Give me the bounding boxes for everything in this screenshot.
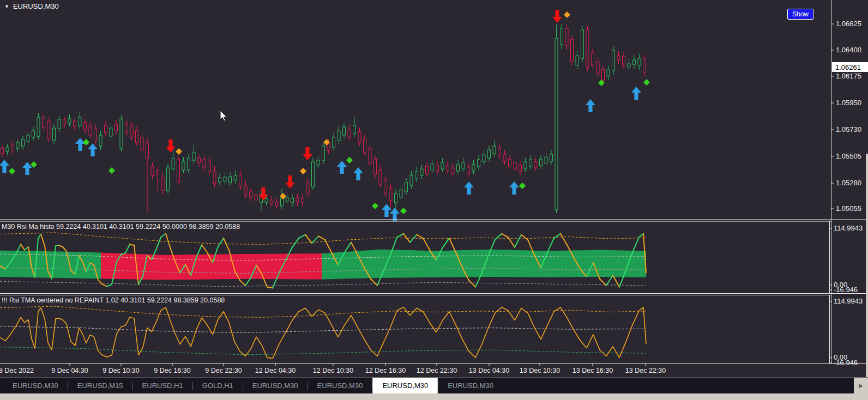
diamond-signal-icon xyxy=(31,161,37,168)
up-arrow-signal-icon xyxy=(88,143,98,156)
up-arrow-signal-icon xyxy=(382,204,391,217)
svg-text:1.05055: 1.05055 xyxy=(836,204,861,213)
down-arrow-signal-icon xyxy=(552,10,562,23)
svg-text:12 Dec 10:30: 12 Dec 10:30 xyxy=(313,367,353,374)
svg-text:-16.946: -16.946 xyxy=(834,359,858,367)
diamond-signal-icon xyxy=(83,139,89,146)
tab-eurusd-m15[interactable]: EURUSD,M15 xyxy=(68,378,132,393)
svg-text:13 Dec 16:30: 13 Dec 16:30 xyxy=(572,367,613,374)
svg-text:114.9943: 114.9943 xyxy=(834,224,863,232)
indicator1-panel xyxy=(0,233,646,288)
tab-eurusd-m30[interactable]: EURUSD,M30 xyxy=(438,378,503,393)
svg-text:13 Dec 04:30: 13 Dec 04:30 xyxy=(469,367,509,374)
indicator2-panel xyxy=(0,306,646,359)
svg-text:9 Dec 16:30: 9 Dec 16:30 xyxy=(154,367,190,374)
up-arrow-signal-icon xyxy=(0,160,9,173)
indicator-axes: 114.99430.00-16.946114.99430.00-16.946 xyxy=(829,224,863,367)
svg-text:114.9943: 114.9943 xyxy=(834,297,863,305)
time-axis: 8 Dec 20229 Dec 04:309 Dec 10:309 Dec 16… xyxy=(0,363,666,374)
diamond-signal-icon xyxy=(564,11,570,18)
diamond-signal-icon xyxy=(643,79,650,86)
vertical-scrollbar[interactable] xyxy=(866,154,868,393)
chart-canvas[interactable]: 1.066251.064001.061751.059501.057301.055… xyxy=(0,0,868,400)
tab-gold-h1[interactable]: GOLD,H1 xyxy=(193,378,243,393)
svg-text:1.06261: 1.06261 xyxy=(835,63,861,71)
up-arrow-signal-icon xyxy=(464,181,474,195)
tab-eurusd-m30[interactable]: EURUSD,M30 xyxy=(3,378,68,393)
indicator2-label: !!! Rsi TMA centered no REPAINT 1.02 40.… xyxy=(2,296,225,304)
svg-text:9 Dec 22:30: 9 Dec 22:30 xyxy=(205,367,242,374)
svg-text:9 Dec 04:30: 9 Dec 04:30 xyxy=(51,367,88,374)
up-arrow-signal-icon xyxy=(75,138,85,151)
up-arrow-signal-icon xyxy=(509,181,519,195)
tab-eurusd-h1[interactable]: EURUSD,H1 xyxy=(133,378,192,393)
up-arrow-signal-icon xyxy=(390,208,400,221)
chevron-down-icon: ▼ xyxy=(4,4,9,9)
symbol-period-label: EURUSD,M30 xyxy=(13,2,59,10)
diamond-signal-icon xyxy=(108,167,115,174)
svg-text:13 Dec 22:30: 13 Dec 22:30 xyxy=(625,367,666,374)
down-arrow-signal-icon xyxy=(285,175,295,189)
price-axis: 1.066251.064001.061751.059501.057301.055… xyxy=(831,20,868,213)
diamond-signal-icon xyxy=(346,157,353,163)
chart-tab-bar: EURUSD,M30EURUSD,M15EURUSD,H1GOLD,H1EURU… xyxy=(0,377,868,393)
svg-text:12 Dec 22:30: 12 Dec 22:30 xyxy=(417,367,457,374)
diamond-signal-icon xyxy=(519,183,526,189)
svg-text:1.05505: 1.05505 xyxy=(836,152,861,160)
axes-and-borders xyxy=(0,0,868,363)
tab-eurusd-m30-active[interactable]: EURUSD,M30 xyxy=(372,378,438,393)
tab-scroll-right-button[interactable]: ▶ xyxy=(854,378,868,393)
trade-signal-markers xyxy=(0,10,650,221)
svg-text:1.05280: 1.05280 xyxy=(836,179,861,187)
up-arrow-signal-icon xyxy=(22,162,32,175)
symbol-selector[interactable]: ▼ EURUSD,M30 xyxy=(4,2,59,10)
indicator1-label: M30 Rsi Ma histo 59.2224 40.3101 40.3101… xyxy=(2,223,240,231)
tab-eurusd-m30[interactable]: EURUSD,M30 xyxy=(308,378,372,393)
diamond-signal-icon xyxy=(400,208,407,214)
up-arrow-signal-icon xyxy=(586,99,595,112)
diamond-signal-icon xyxy=(372,203,378,209)
svg-text:1.05950: 1.05950 xyxy=(836,99,861,107)
svg-text:1.06625: 1.06625 xyxy=(836,20,861,28)
svg-text:-16.946: -16.946 xyxy=(834,286,858,294)
candlestick-series xyxy=(1,24,646,213)
up-arrow-signal-icon xyxy=(631,87,641,100)
up-arrow-signal-icon xyxy=(337,161,347,174)
svg-text:9 Dec 10:30: 9 Dec 10:30 xyxy=(103,367,139,374)
mt4-chart-window: 1.066251.064001.061751.059501.057301.055… xyxy=(0,0,868,400)
diamond-signal-icon xyxy=(9,168,15,174)
svg-text:13 Dec 10:30: 13 Dec 10:30 xyxy=(520,367,560,374)
up-arrow-signal-icon xyxy=(353,167,363,180)
down-arrow-signal-icon xyxy=(303,147,312,160)
diamond-signal-icon xyxy=(300,168,306,174)
tab-eurusd-m30[interactable]: EURUSD,M30 xyxy=(243,378,308,393)
svg-text:8 Dec 2022: 8 Dec 2022 xyxy=(0,367,34,374)
status-bar xyxy=(0,393,868,400)
svg-text:12 Dec 04:30: 12 Dec 04:30 xyxy=(255,367,296,374)
diamond-signal-icon xyxy=(598,80,605,86)
svg-text:12 Dec 16:30: 12 Dec 16:30 xyxy=(365,367,406,374)
svg-text:1.05730: 1.05730 xyxy=(836,125,861,134)
show-button[interactable]: Show xyxy=(787,9,813,20)
mouse-cursor xyxy=(220,110,227,122)
svg-text:1.06400: 1.06400 xyxy=(836,46,861,54)
down-arrow-signal-icon xyxy=(166,140,176,153)
diamond-signal-icon xyxy=(176,148,182,155)
svg-text:1.06175: 1.06175 xyxy=(836,72,861,80)
